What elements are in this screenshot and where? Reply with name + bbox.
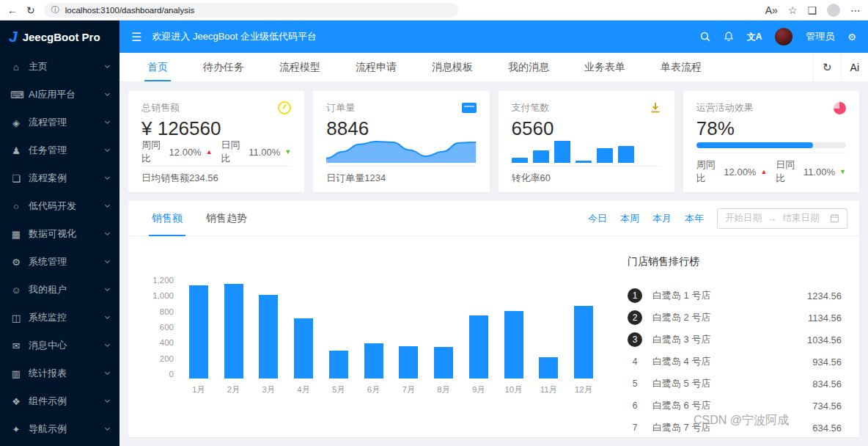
panel-tab-销售额[interactable]: 销售额 (140, 201, 194, 235)
tab-refresh-icon[interactable]: ↻ (813, 53, 841, 81)
chevron-down-icon (105, 202, 110, 208)
address-bar[interactable]: ⓘ localhost:3100/dashboard/analysis (44, 3, 458, 18)
tab-流程申请[interactable]: 流程申请 (338, 53, 414, 81)
sidebar-item-label: 低代码开发 (29, 200, 99, 213)
card-footer: 日均销售额234.56 (141, 167, 291, 188)
sidebar-item-component-demo[interactable]: ❖组件示例 (0, 387, 119, 415)
favorite-star-icon[interactable]: ☆ (788, 5, 798, 15)
tab-bar-right: ↻ Ai (813, 53, 868, 81)
caret-down-icon: ▼ (284, 148, 291, 156)
y-tick-label: 400 (160, 338, 174, 347)
dashboard-content: 总销售额 ¥ 126560 周同比 12.00% ▲ 日同比 11.00% ▼ … (119, 82, 868, 446)
x-tick-label: 1月 (192, 384, 205, 395)
tab-消息模板[interactable]: 消息模板 (414, 53, 490, 81)
card-orders: 订单量 8846 日订单量1234 (313, 91, 489, 192)
sidebar-item-lowcode-dev[interactable]: ○低代码开发 (0, 192, 119, 220)
mini-bar (554, 141, 570, 163)
browser-profile-avatar[interactable] (827, 4, 840, 17)
ranking-row: 6白鹭岛 6 号店734.56 (628, 395, 842, 417)
ai-assistant-button[interactable]: Ai (841, 53, 868, 81)
gear-icon[interactable]: ⚙ (847, 32, 856, 43)
logo-text: JeecgBoot Pro (23, 31, 100, 43)
ranking-row: 7白鹭岛 7 号店634.56 (628, 417, 842, 439)
bar-7月 (399, 346, 418, 379)
card-total-sales: 总销售额 ¥ 126560 周同比 12.00% ▲ 日同比 11.00% ▼ … (128, 91, 304, 192)
date-end-placeholder: 结束日期 (783, 212, 820, 224)
browser-back-icon[interactable]: ← (7, 5, 18, 15)
app-logo[interactable]: J JeecgBoot Pro (0, 21, 119, 53)
tab-首页[interactable]: 首页 (130, 53, 185, 81)
translate-icon[interactable]: 文A (747, 31, 762, 43)
bell-icon[interactable] (724, 32, 734, 42)
calendar-icon (830, 213, 839, 223)
bar-8月 (434, 347, 453, 379)
bar-5月 (329, 351, 348, 379)
range-link-本年[interactable]: 本年 (685, 212, 704, 225)
sidebar-item-system-monitor[interactable]: ◫系统监控 (0, 304, 119, 332)
card-title: 支付笔数 (512, 101, 550, 114)
sidebar-item-statistics-report[interactable]: ▥统计报表 (0, 359, 119, 387)
search-icon[interactable] (700, 32, 710, 42)
day-label: 日同比 (776, 158, 801, 185)
tab-业务表单[interactable]: 业务表单 (567, 53, 643, 81)
x-tick-label: 6月 (367, 384, 380, 395)
browser-refresh-icon[interactable]: ↻ (26, 5, 35, 15)
rank-badge: 3 (628, 332, 642, 347)
mini-bar (618, 146, 634, 163)
tab-我的消息[interactable]: 我的消息 (490, 53, 567, 81)
sidebar-item-home[interactable]: ⌂主页 (0, 53, 119, 81)
store-name: 白鹭岛 5 号店 (652, 377, 710, 390)
tab-单表流程[interactable]: 单表流程 (643, 53, 719, 81)
tab-待办任务[interactable]: 待办任务 (185, 53, 262, 81)
chevron-down-icon (105, 370, 110, 375)
sidebar-item-process-case[interactable]: ❏流程案例 (0, 164, 119, 192)
sidebar-item-message-center[interactable]: ✉消息中心 (0, 332, 119, 359)
bar-9月 (469, 315, 488, 379)
sidebar-item-my-tenant[interactable]: ☺我的租户 (0, 276, 119, 304)
week-label: 周同比 (696, 158, 721, 185)
menu-collapse-icon[interactable]: ☰ (131, 30, 141, 44)
sidebar-item-label: 导航示例 (29, 423, 99, 436)
week-label: 周同比 (141, 141, 166, 163)
y-tick-label: 600 (160, 323, 174, 332)
card-footer: 转化率60 (512, 167, 661, 188)
range-link-今日[interactable]: 今日 (588, 212, 607, 225)
browser-more-icon[interactable]: ⋯ (850, 5, 861, 15)
read-aloud-icon[interactable]: A» (765, 5, 778, 15)
card-footer: 日订单量1234 (326, 167, 476, 188)
day-value: 11.00% (249, 147, 280, 158)
caret-up-icon: ▲ (206, 148, 213, 156)
sidebar: J JeecgBoot Pro ⌂主页⌨AI应用平台◈流程管理♟任务管理❏流程案… (0, 21, 119, 446)
x-tick-label: 9月 (472, 384, 485, 395)
caret-down-icon: ▼ (839, 168, 846, 175)
bar-10月 (504, 311, 523, 379)
task-management-icon: ♟ (10, 145, 22, 156)
bar-group: 8月 (426, 276, 461, 395)
range-link-本月[interactable]: 本月 (652, 212, 672, 225)
sidebar-item-data-visualization[interactable]: ▦数据可视化 (0, 220, 119, 248)
pie-icon (834, 102, 846, 114)
component-demo-icon: ❖ (10, 396, 22, 407)
user-avatar[interactable] (775, 28, 792, 45)
bar-group: 2月 (216, 276, 251, 395)
sidebar-item-ai-platform[interactable]: ⌨AI应用平台 (0, 81, 119, 109)
site-info-icon[interactable]: ⓘ (51, 4, 59, 15)
card-badge-icon (462, 103, 477, 113)
caret-up-icon: ▲ (760, 168, 767, 175)
sidebar-item-process-management[interactable]: ◈流程管理 (0, 109, 119, 136)
bar-group: 5月 (321, 276, 356, 395)
sidebar-item-system-management[interactable]: ⚙系统管理 (0, 248, 119, 276)
x-tick-label: 2月 (227, 384, 240, 395)
sidebar-item-nav-demo[interactable]: ✦导航示例 (0, 415, 119, 443)
collections-icon[interactable]: ❏ (807, 5, 817, 15)
x-tick-label: 3月 (262, 384, 275, 395)
range-link-本周[interactable]: 本周 (620, 212, 639, 225)
username-label[interactable]: 管理员 (806, 30, 834, 43)
chevron-down-icon (105, 119, 110, 124)
sidebar-item-task-management[interactable]: ♟任务管理 (0, 136, 119, 164)
tab-流程模型[interactable]: 流程模型 (262, 53, 338, 81)
panel-tab-销售趋势[interactable]: 销售趋势 (194, 201, 259, 235)
bar-group: 10月 (496, 276, 532, 395)
date-range-picker[interactable]: 开始日期 → 结束日期 (717, 208, 847, 229)
mini-bar (575, 161, 592, 163)
